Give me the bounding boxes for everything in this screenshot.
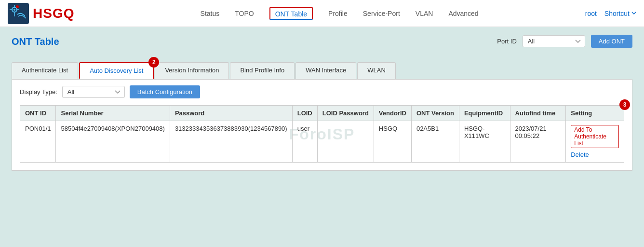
nav-right-area: root Shortcut (585, 10, 636, 17)
col-setting: Setting 3 (566, 106, 624, 121)
cell-ont-id: PON01/1 (20, 121, 56, 163)
tab-version-information[interactable]: Version Information (155, 62, 229, 79)
col-ont-id: ONT ID (20, 106, 56, 121)
col-autofind-time: Autofind time (510, 106, 566, 121)
cell-loid: user (292, 121, 317, 163)
delete-button[interactable]: Delete (571, 151, 619, 158)
col-loid: LOID (292, 106, 317, 121)
setting-actions: Add To Authenticate List Delete (571, 125, 619, 158)
nav-shortcut[interactable]: Shortcut (604, 10, 636, 17)
shortcut-label: Shortcut (604, 10, 630, 17)
top-navigation: HSGQ Status TOPO ONT Table Profile Servi… (0, 0, 644, 27)
add-to-authenticate-button[interactable]: Add To Authenticate List (571, 125, 619, 148)
cell-loid-password (317, 121, 374, 163)
nav-service-port[interactable]: Service-Port (363, 8, 400, 19)
display-type-label: Display Type: (20, 88, 57, 96)
nav-profile[interactable]: Profile (328, 8, 348, 19)
port-id-select[interactable]: All PON01/1 PON01/2 (523, 35, 585, 47)
nav-user[interactable]: root (585, 10, 597, 17)
col-vendor-id: VendorID (374, 106, 411, 121)
setting-badge: 3 (619, 99, 630, 110)
svg-point-2 (13, 9, 15, 11)
display-type-select[interactable]: All Active Inactive (62, 86, 125, 98)
tab-content-area: Display Type: All Active Inactive Batch … (12, 80, 632, 171)
nav-vlan[interactable]: VLAN (416, 8, 433, 19)
svg-point-7 (16, 5, 19, 8)
col-loid-password: LOID Password (317, 106, 374, 121)
col-serial-number: Serial Number (56, 106, 170, 121)
cell-serial-number: 58504f4e27009408(XPON27009408) (56, 121, 170, 163)
page-title: ONT Table (12, 36, 59, 47)
tab-bind-profile-info[interactable]: Bind Profile Info (230, 62, 295, 79)
table-header-row: ONT ID Serial Number Password LOID LOID … (20, 106, 624, 121)
cell-ont-version: 02A5B1 (411, 121, 459, 163)
nav-advanced[interactable]: Advanced (448, 8, 478, 19)
brand-name: HSGQ (33, 6, 74, 21)
table-row: PON01/1 58504f4e27009408(XPON27009408) 3… (20, 121, 624, 163)
cell-vendor-id: HSGQ (374, 121, 411, 163)
tab-wan-interface[interactable]: WAN Interface (295, 62, 356, 79)
display-type-row: Display Type: All Active Inactive Batch … (20, 85, 624, 98)
chevron-down-icon (631, 12, 636, 15)
add-ont-button[interactable]: Add ONT (591, 35, 632, 48)
cell-autofind-time: 2023/07/21 00:05:22 (510, 121, 566, 163)
logo-icon (8, 3, 29, 24)
cell-password: 313233343536373883930(1234567890) (170, 121, 292, 163)
tabs-row: Authenticate List Auto Discovery List 2 … (12, 62, 632, 80)
tab-auto-discovery-list[interactable]: Auto Discovery List 2 (79, 62, 154, 79)
port-id-label: Port ID (497, 38, 516, 45)
main-content: ONT Table Port ID All PON01/1 PON01/2 Ad… (0, 27, 644, 178)
nav-ont-table[interactable]: ONT Table (269, 7, 313, 20)
tab-authenticate-list[interactable]: Authenticate List (12, 62, 78, 79)
col-ont-version: ONT Version (411, 106, 459, 121)
ont-table: ONT ID Serial Number Password LOID LOID … (20, 105, 624, 163)
batch-configuration-button[interactable]: Batch Configuration (130, 85, 200, 98)
tab-wlan[interactable]: WLAN (357, 62, 396, 79)
cell-equipment-id: HSGQ-X111WC (459, 121, 510, 163)
logo-area: HSGQ (8, 3, 74, 24)
cell-setting: Add To Authenticate List Delete (566, 121, 624, 163)
nav-links: Status TOPO ONT Table Profile Service-Po… (94, 7, 585, 20)
col-password: Password (170, 106, 292, 121)
nav-status[interactable]: Status (201, 8, 220, 19)
col-equipment-id: EquipmentID (459, 106, 510, 121)
nav-topo[interactable]: TOPO (235, 8, 254, 19)
filter-row: Port ID All PON01/1 PON01/2 Add ONT (497, 35, 632, 48)
table-container: ForoISP ONT ID Serial Number Password LO… (20, 105, 624, 163)
